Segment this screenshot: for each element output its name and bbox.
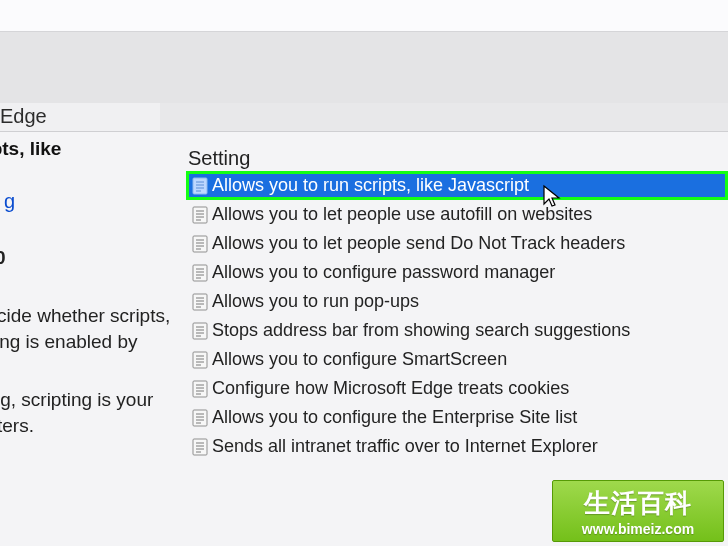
setting-row-label: Allows you to configure the Enterprise S…: [212, 407, 728, 428]
setting-row-label: Allows you to configure SmartScreen: [212, 349, 728, 370]
policy-icon: [186, 176, 212, 196]
svg-rect-20: [193, 294, 207, 310]
left-details-pane: n scripts, like g dge 1.0 you decide whe…: [0, 138, 180, 439]
policy-icon: [186, 350, 212, 370]
tab-edge[interactable]: Edge: [0, 103, 160, 131]
setting-row[interactable]: Allows you to run scripts, like Javascri…: [186, 171, 728, 200]
setting-list: Allows you to run scripts, like Javascri…: [186, 171, 728, 461]
policy-icon: [186, 379, 212, 399]
setting-row[interactable]: Allows you to configure the Enterprise S…: [186, 403, 728, 432]
svg-rect-35: [193, 381, 207, 397]
policy-icon: [186, 437, 212, 457]
setting-row[interactable]: Allows you to run pop-ups: [186, 287, 728, 316]
details-desc-2: s setting, scripting is your computers.: [0, 387, 172, 439]
svg-rect-5: [193, 207, 207, 223]
svg-rect-10: [193, 236, 207, 252]
setting-row[interactable]: Sends all intranet traffic over to Inter…: [186, 432, 728, 461]
details-desc-1: you decide whether scripts, like etting …: [0, 303, 172, 355]
policy-icon: [186, 234, 212, 254]
setting-row-label: Sends all intranet traffic over to Inter…: [212, 436, 728, 457]
details-link[interactable]: g: [4, 190, 180, 213]
policy-icon: [186, 205, 212, 225]
svg-rect-30: [193, 352, 207, 368]
setting-row-label: Allows you to run pop-ups: [212, 291, 728, 312]
setting-row[interactable]: Allows you to let people send Do Not Tra…: [186, 229, 728, 258]
setting-row[interactable]: Stops address bar from showing search su…: [186, 316, 728, 345]
tab-label: Edge: [0, 103, 47, 128]
details-version: dge 1.0: [0, 245, 172, 271]
setting-row[interactable]: Allows you to configure SmartScreen: [186, 345, 728, 374]
top-bar: [0, 0, 728, 32]
setting-row-label: Configure how Microsoft Edge treats cook…: [212, 378, 728, 399]
header-band: [0, 32, 728, 103]
policy-icon: [186, 321, 212, 341]
svg-rect-25: [193, 323, 207, 339]
setting-row[interactable]: Configure how Microsoft Edge treats cook…: [186, 374, 728, 403]
svg-rect-40: [193, 410, 207, 426]
policy-icon: [186, 263, 212, 283]
setting-row-label: Allows you to run scripts, like Javascri…: [212, 175, 728, 196]
svg-rect-15: [193, 265, 207, 281]
setting-row-label: Allows you to let people use autofill on…: [212, 204, 728, 225]
setting-row[interactable]: Allows you to configure password manager: [186, 258, 728, 287]
svg-rect-45: [193, 439, 207, 455]
details-heading: n scripts, like: [0, 138, 170, 160]
policy-icon: [186, 292, 212, 312]
policy-icon: [186, 408, 212, 428]
setting-row-label: Allows you to let people send Do Not Tra…: [212, 233, 728, 254]
watermark-text: 生活百科: [584, 486, 692, 521]
watermark-badge: 生活百科 www.bimeiz.com: [552, 480, 724, 542]
svg-rect-0: [193, 178, 207, 194]
watermark-url: www.bimeiz.com: [582, 521, 694, 537]
setting-row[interactable]: Allows you to let people use autofill on…: [186, 200, 728, 229]
setting-column-header: Setting: [188, 147, 250, 170]
setting-row-label: Allows you to configure password manager: [212, 262, 728, 283]
setting-row-label: Stops address bar from showing search su…: [212, 320, 728, 341]
